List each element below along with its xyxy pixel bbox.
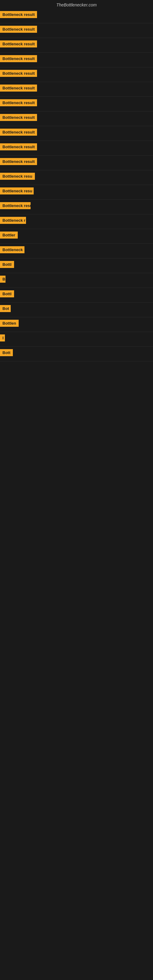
bottleneck-bar-6[interactable]: Bottleneck result xyxy=(0,84,37,92)
bottleneck-bar-2[interactable]: Bottleneck result xyxy=(0,26,37,33)
bottleneck-bar-14[interactable]: Bottleneck resu xyxy=(0,202,30,209)
table-row: Bottl xyxy=(0,258,153,273)
table-row: Bottleneck result xyxy=(0,23,153,38)
bottleneck-bar-5[interactable]: Bottleneck result xyxy=(0,70,37,77)
table-row: Bottleneck result xyxy=(0,156,153,170)
bottleneck-bar-10[interactable]: Bottleneck result xyxy=(0,143,37,150)
table-row: Bottleneck result xyxy=(0,9,153,23)
table-row: Bottleneck r xyxy=(0,215,153,229)
bottleneck-bar-20[interactable]: Bottl xyxy=(0,290,14,298)
bottleneck-bar-8[interactable]: Bottleneck result xyxy=(0,114,37,121)
bottleneck-bar-18[interactable]: Bottl xyxy=(0,261,14,268)
table-row: Bot xyxy=(0,302,153,317)
bottleneck-bar-13[interactable]: Bottleneck resu xyxy=(0,188,33,194)
table-row: Bottleneck xyxy=(0,244,153,258)
bottleneck-bar-16[interactable]: Bottler xyxy=(0,232,18,239)
table-row: Bottleneck resu xyxy=(0,200,153,215)
table-row: Bottleneck result xyxy=(0,38,153,52)
table-row: Bott xyxy=(0,347,153,361)
table-row: Bottleneck result xyxy=(0,111,153,126)
bottleneck-bar-22[interactable]: Bottlen xyxy=(0,320,19,327)
table-row: Bottleneck result xyxy=(0,67,153,82)
site-title: TheBottlenecker.com xyxy=(0,0,153,9)
bottleneck-bar-11[interactable]: Bottleneck result xyxy=(0,158,37,165)
table-row: Bottleneck result xyxy=(0,52,153,67)
bottleneck-bar-15[interactable]: Bottleneck r xyxy=(0,217,26,224)
table-row: Bottl xyxy=(0,288,153,302)
rows-container: Bottleneck resultBottleneck resultBottle… xyxy=(0,9,153,361)
bottleneck-bar-7[interactable]: Bottleneck result xyxy=(0,99,37,106)
table-row: B xyxy=(0,273,153,288)
bottleneck-bar-23[interactable]: I xyxy=(0,334,5,342)
table-row: Bottleneck resu xyxy=(0,170,153,185)
bottleneck-bar-12[interactable]: Bottleneck resu xyxy=(0,173,35,180)
site-title-container: TheBottlenecker.com xyxy=(0,0,153,9)
bottleneck-bar-17[interactable]: Bottleneck xyxy=(0,246,24,253)
table-row: Bottlen xyxy=(0,317,153,332)
table-row: Bottleneck result xyxy=(0,97,153,111)
table-row: I xyxy=(0,332,153,347)
bottleneck-bar-9[interactable]: Bottleneck result xyxy=(0,129,37,136)
bottleneck-bar-24[interactable]: Bott xyxy=(0,349,13,356)
table-row: Bottleneck result xyxy=(0,82,153,97)
bottleneck-bar-4[interactable]: Bottleneck result xyxy=(0,55,37,62)
table-row: Bottleneck result xyxy=(0,126,153,141)
table-row: Bottleneck resu xyxy=(0,185,153,200)
bottleneck-bar-21[interactable]: Bot xyxy=(0,305,11,312)
bottleneck-bar-1[interactable]: Bottleneck result xyxy=(0,11,37,18)
bottleneck-bar-19[interactable]: B xyxy=(0,275,5,283)
table-row: Bottleneck result xyxy=(0,141,153,156)
bottleneck-bar-3[interactable]: Bottleneck result xyxy=(0,40,37,48)
table-row: Bottler xyxy=(0,229,153,244)
